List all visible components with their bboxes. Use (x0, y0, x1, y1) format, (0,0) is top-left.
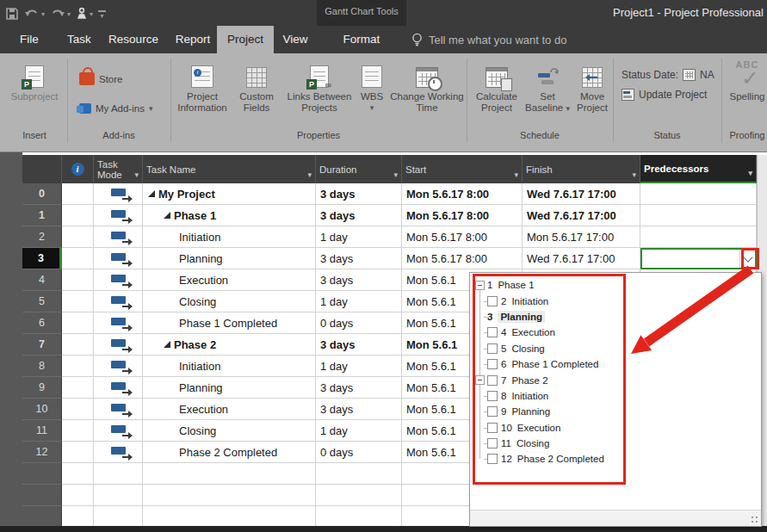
undo-icon[interactable]: ▾ (24, 8, 45, 20)
duration-cell[interactable]: 1 day (316, 226, 402, 248)
duration-cell[interactable]: 3 days (316, 377, 402, 399)
links-between-projects-button[interactable]: P ∞ Links Between Projects (282, 59, 356, 114)
touch-mode-icon[interactable]: ▾ (76, 7, 93, 22)
duration-cell[interactable]: 3 days (316, 248, 402, 269)
subproject-button[interactable]: P Subproject (3, 59, 65, 102)
task-name-cell[interactable]: Phase 2 Completed (143, 442, 316, 463)
duration-column-header[interactable]: Duration ▾ (316, 155, 402, 183)
task-name-cell[interactable]: Initiation (143, 356, 316, 377)
info-cell[interactable] (62, 334, 94, 356)
info-column-header[interactable]: i (62, 155, 94, 183)
duration-cell[interactable] (316, 463, 402, 485)
task-name-cell[interactable]: Phase 2 (143, 334, 316, 356)
task-name-cell[interactable]: Planning (143, 377, 316, 399)
task-mode-cell[interactable] (94, 269, 143, 291)
task-mode-cell[interactable] (94, 334, 143, 356)
task-mode-column-header[interactable]: Task Mode ▾ (94, 155, 143, 183)
task-name-cell[interactable]: Initiation (143, 226, 316, 248)
predecessors-cell[interactable] (640, 248, 757, 269)
filter-dropdown-icon[interactable]: ▾ (748, 168, 752, 178)
select-all-header-cell[interactable] (22, 155, 62, 183)
customize-qat-icon[interactable]: ▾ (98, 10, 106, 18)
start-cell[interactable]: Mon 5.6.17 8:00 (402, 183, 523, 205)
row-number-cell[interactable]: 10 (22, 399, 62, 420)
predecessors-column-header[interactable]: Predecessors ▾ (640, 155, 757, 183)
task-name-cell[interactable]: Closing (143, 420, 316, 442)
filter-dropdown-icon[interactable]: ▾ (632, 170, 636, 180)
row-number-cell[interactable]: 0 (22, 183, 62, 205)
tab-task[interactable]: Task (60, 26, 98, 53)
task-name-cell[interactable]: My Project (143, 183, 316, 205)
duration-cell[interactable]: 1 day (316, 420, 402, 442)
row-number-cell[interactable]: 2 (22, 226, 62, 248)
undo-dropdown-icon[interactable]: ▾ (41, 10, 45, 18)
task-mode-cell[interactable] (94, 291, 143, 312)
finish-column-header[interactable]: Finish ▾ (523, 155, 640, 183)
info-cell[interactable] (62, 248, 94, 269)
my-addins-button[interactable]: My Add-ins ▾ (79, 103, 152, 114)
info-cell[interactable] (62, 183, 94, 205)
finish-cell[interactable]: Wed 7.6.17 17:00 (523, 248, 640, 269)
tab-file[interactable]: File (10, 26, 48, 53)
task-name-cell[interactable]: Closing (143, 291, 316, 312)
task-name-cell[interactable] (143, 463, 316, 485)
duration-cell[interactable]: 0 days (316, 442, 402, 463)
row-number-cell[interactable]: 8 (22, 356, 62, 377)
start-cell[interactable]: Mon 5.6.17 8:00 (402, 248, 523, 269)
row-number-cell[interactable] (22, 485, 62, 506)
task-name-cell[interactable]: Planning (143, 248, 316, 269)
task-mode-cell[interactable] (94, 463, 143, 485)
duration-cell[interactable] (316, 506, 402, 528)
task-name-column-header[interactable]: Task Name ▾ (143, 155, 316, 183)
info-cell[interactable] (62, 291, 94, 312)
row-number-cell[interactable] (22, 463, 62, 485)
task-name-cell[interactable] (143, 485, 316, 506)
task-mode-cell[interactable] (94, 248, 143, 269)
filter-dropdown-icon[interactable]: ▾ (514, 170, 518, 180)
resize-grip-icon[interactable] (751, 516, 758, 523)
start-cell[interactable]: Mon 5.6.17 8:00 (402, 226, 523, 248)
info-cell[interactable] (62, 312, 94, 334)
row-number-cell[interactable]: 9 (22, 377, 62, 399)
row-number-cell[interactable]: 5 (22, 291, 62, 312)
update-project-button[interactable]: Update Project (622, 89, 707, 101)
row-number-cell[interactable]: 11 (22, 420, 62, 442)
finish-cell[interactable]: Wed 7.6.17 17:00 (523, 205, 640, 226)
filter-dropdown-icon[interactable]: ▾ (134, 170, 139, 180)
info-cell[interactable] (62, 485, 94, 506)
tell-me-box[interactable]: Tell me what you want to do (411, 26, 566, 53)
spelling-button[interactable]: ABC ✓ Spelling (725, 59, 767, 102)
task-mode-cell[interactable] (94, 312, 143, 334)
task-name-cell[interactable] (143, 506, 316, 528)
task-name-cell[interactable]: Execution (143, 399, 316, 420)
store-button[interactable]: Store (79, 72, 123, 85)
tab-view[interactable]: View (275, 26, 315, 53)
task-mode-cell[interactable] (94, 226, 143, 248)
set-baseline-button[interactable]: Set Baseline ▾ (523, 59, 572, 114)
row-number-cell[interactable]: 12 (22, 442, 62, 463)
tab-format[interactable]: Format (327, 26, 396, 53)
task-mode-cell[interactable] (94, 205, 143, 226)
save-icon[interactable] (5, 7, 19, 21)
tab-project[interactable]: Project (217, 26, 274, 53)
task-mode-cell[interactable] (94, 356, 143, 377)
duration-cell[interactable]: 0 days (316, 312, 402, 334)
duration-cell[interactable]: 3 days (316, 205, 402, 226)
info-cell[interactable] (62, 205, 94, 226)
duration-cell[interactable]: 3 days (316, 269, 402, 291)
task-mode-cell[interactable] (94, 377, 143, 399)
redo-dropdown-icon[interactable]: ▾ (67, 10, 71, 18)
touch-mode-dropdown-icon[interactable]: ▾ (90, 10, 93, 18)
task-name-cell[interactable]: Execution (143, 269, 316, 291)
duration-cell[interactable]: 3 days (316, 399, 402, 420)
change-working-time-button[interactable]: Change Working Time (389, 59, 465, 114)
finish-cell[interactable]: Wed 7.6.17 17:00 (523, 183, 640, 205)
collapse-triangle-icon[interactable] (164, 212, 170, 219)
filter-dropdown-icon[interactable]: ▾ (307, 170, 312, 180)
duration-cell[interactable]: 3 days (316, 334, 402, 356)
wbs-button[interactable]: WBS ▾ (356, 59, 387, 114)
predecessors-cell[interactable] (640, 205, 757, 226)
row-number-cell[interactable]: 7 (22, 334, 62, 356)
finish-cell[interactable]: Mon 5.6.17 17:00 (523, 226, 640, 248)
task-mode-cell[interactable] (94, 485, 143, 506)
